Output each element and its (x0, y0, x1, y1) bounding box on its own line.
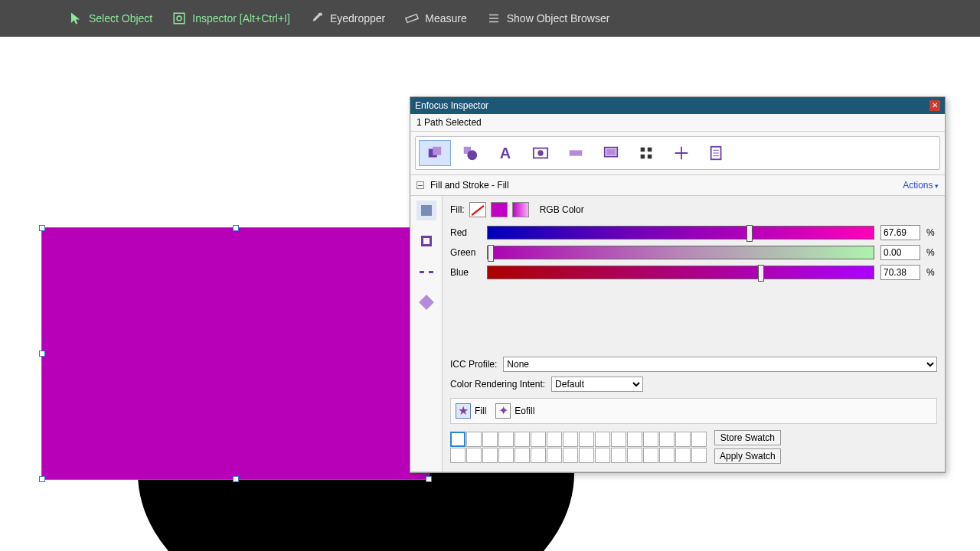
swatch-slot[interactable] (563, 432, 578, 447)
tab-prepress[interactable] (560, 140, 592, 166)
fill-rule-eofill[interactable]: ✦Eofill (495, 403, 534, 419)
swatch-slot[interactable] (450, 448, 466, 463)
swatch-slot[interactable] (450, 432, 466, 447)
resize-handle[interactable] (39, 476, 45, 482)
inspector-titlebar[interactable]: Enfocus Inspector ✕ (410, 97, 945, 114)
blue-slider[interactable] (487, 266, 874, 279)
render-intent-select[interactable]: Default (551, 377, 643, 392)
inspector-label: Inspector [Alt+Ctrl+I] (192, 12, 290, 24)
svg-rect-12 (641, 148, 645, 152)
swatch-slot[interactable] (627, 448, 642, 463)
color-space-label: RGB Color (540, 204, 584, 215)
render-label: Color Rendering Intent: (450, 379, 545, 390)
swatch-slot[interactable] (643, 432, 658, 447)
red-value-input[interactable] (880, 225, 920, 240)
tab-statistics[interactable] (701, 140, 733, 166)
section-header: Fill and Stroke - Fill Actions (410, 174, 945, 196)
swatch-slot[interactable] (595, 432, 610, 447)
inspector-tool[interactable]: Inspector [Alt+Ctrl+I] (172, 11, 290, 25)
tab-separations[interactable] (630, 140, 662, 166)
swatch-slot[interactable] (659, 448, 675, 463)
resize-handle[interactable] (39, 225, 45, 231)
swatch-slot[interactable] (611, 432, 626, 447)
percent-label: % (926, 227, 937, 238)
selection-status: 1 Path Selected (410, 114, 945, 132)
cursor-icon (69, 11, 83, 25)
resize-handle[interactable] (426, 476, 432, 482)
swatch-slot[interactable] (659, 432, 675, 447)
green-value-input[interactable] (880, 245, 920, 260)
red-slider[interactable] (487, 226, 874, 240)
svg-point-1 (177, 16, 181, 21)
tab-screen[interactable] (595, 140, 627, 166)
fill-solid-swatch[interactable] (491, 202, 508, 217)
inspector-title: Enfocus Inspector (415, 100, 488, 111)
svg-rect-0 (175, 13, 185, 24)
swatch-slot[interactable] (482, 432, 498, 447)
swatch-slot[interactable] (595, 448, 610, 463)
eyedropper-tool[interactable]: Eyedropper (310, 11, 385, 25)
swatch-slot[interactable] (675, 448, 691, 463)
swatch-slot[interactable] (531, 448, 546, 463)
swatch-grid (450, 432, 707, 463)
resize-handle[interactable] (39, 350, 45, 357)
fill-none-swatch[interactable] (469, 202, 486, 217)
object-browser-tool[interactable]: Show Object Browser (487, 11, 610, 25)
select-object-tool[interactable]: Select Object (69, 11, 152, 25)
swatch-slot[interactable] (498, 448, 514, 463)
measure-tool[interactable]: Measure (405, 11, 466, 25)
red-channel-row: Red % (450, 225, 937, 240)
swatch-slot[interactable] (579, 432, 594, 447)
swatch-slot[interactable] (531, 432, 546, 447)
tab-transparency[interactable] (454, 140, 486, 166)
swatch-slot[interactable] (466, 432, 482, 447)
tab-fill-stroke[interactable] (419, 140, 451, 166)
subtab-dash[interactable] (416, 262, 436, 282)
resize-handle[interactable] (233, 225, 239, 231)
selected-rect-object[interactable] (42, 228, 429, 479)
swatch-slot[interactable] (498, 432, 514, 447)
green-slider[interactable] (487, 246, 874, 259)
resize-handle[interactable] (233, 476, 239, 482)
swatch-slot[interactable] (627, 432, 642, 447)
apply-swatch-button[interactable]: Apply Swatch (714, 448, 781, 464)
fill-gradient-swatch[interactable] (512, 202, 529, 217)
icc-profile-select[interactable]: None (503, 357, 937, 372)
icc-profile-row: ICC Profile: None (450, 357, 937, 372)
icc-label: ICC Profile: (450, 359, 497, 370)
close-button[interactable]: ✕ (929, 100, 940, 111)
swatch-slot[interactable] (547, 432, 562, 447)
swatch-slot[interactable] (547, 448, 562, 463)
fill-rule-fill[interactable]: ★Fill (456, 403, 486, 419)
swatch-slot[interactable] (466, 448, 482, 463)
collapse-icon[interactable] (416, 181, 424, 189)
swatch-slot[interactable] (579, 448, 594, 463)
percent-label: % (926, 267, 937, 278)
swatch-slot[interactable] (643, 448, 658, 463)
actions-menu[interactable]: Actions (903, 180, 939, 191)
percent-label: % (926, 247, 937, 258)
swatch-slot[interactable] (675, 432, 691, 447)
swatch-slot[interactable] (691, 432, 707, 447)
tab-text[interactable]: A (489, 140, 521, 166)
swatch-slot[interactable] (611, 448, 626, 463)
swatch-slot[interactable] (691, 448, 707, 463)
swatch-slot[interactable] (514, 432, 530, 447)
subtab-fill[interactable] (416, 201, 436, 220)
svg-rect-4 (433, 147, 441, 155)
subtab-overprint[interactable] (416, 292, 436, 312)
blue-value-input[interactable] (880, 265, 920, 280)
tab-position[interactable] (665, 140, 697, 166)
swatch-slot[interactable] (514, 448, 530, 463)
tab-image[interactable] (524, 140, 557, 166)
swatch-slot[interactable] (563, 448, 578, 463)
subtab-stroke[interactable] (416, 231, 436, 251)
swatch-slot[interactable] (482, 448, 498, 463)
list-icon (487, 11, 501, 25)
top-toolbar: Select Object Inspector [Alt+Ctrl+I] Eye… (0, 0, 980, 37)
fill-rule-row: ★Fill ✦Eofill (450, 398, 937, 424)
store-swatch-button[interactable]: Store Swatch (714, 430, 781, 445)
section-title: Fill and Stroke - Fill (430, 180, 509, 191)
render-intent-row: Color Rendering Intent: Default (450, 377, 937, 392)
swatch-area: Store Swatch Apply Swatch (450, 430, 937, 464)
